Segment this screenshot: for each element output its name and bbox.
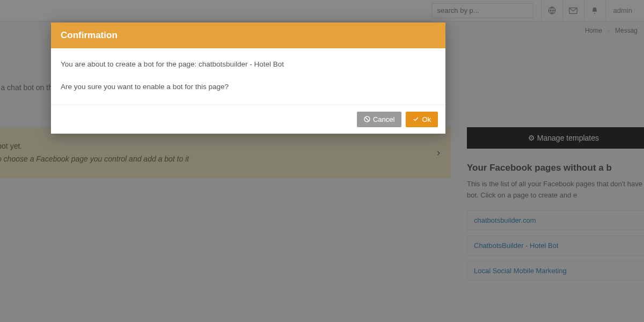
modal-line1: You are about to create a bot for the pa… [61, 59, 436, 70]
check-icon [413, 116, 419, 122]
ok-button[interactable]: Ok [406, 112, 438, 127]
modal-body: You are about to create a bot for the pa… [51, 48, 445, 105]
cancel-button[interactable]: Cancel [357, 112, 401, 127]
modal-line2: Are you sure you want to enable a bot fo… [61, 82, 436, 92]
modal-title: Confirmation [51, 23, 445, 48]
modal-footer: Cancel Ok [51, 105, 445, 134]
cancel-label: Cancel [373, 115, 394, 123]
ok-label: Ok [422, 115, 431, 123]
ban-icon [364, 116, 370, 122]
svg-line-3 [365, 118, 369, 121]
confirmation-modal: Confirmation You are about to create a b… [51, 23, 445, 134]
